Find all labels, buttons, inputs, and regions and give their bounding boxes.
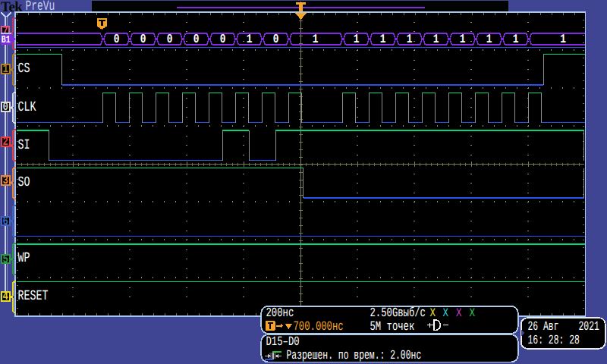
svg-text:0: 0 [2,100,8,114]
svg-text:X: X [443,306,449,320]
svg-text:0: 0 [220,32,226,46]
svg-text:0: 0 [140,32,146,46]
svg-text:CLK: CLK [18,99,37,115]
svg-text:2021: 2021 [579,320,599,334]
svg-text:SO: SO [18,174,30,190]
svg-text:26 Авг: 26 Авг [528,320,559,334]
svg-text:1: 1 [560,32,566,46]
svg-text:2.50Gвыб/с: 2.50Gвыб/с [370,306,426,321]
svg-text:1: 1 [313,32,319,46]
svg-text:1: 1 [433,32,439,46]
svg-text:6: 6 [2,215,8,228]
svg-text:700.000нс: 700.000нс [294,320,344,334]
svg-text:1: 1 [513,32,519,46]
svg-text:3: 3 [2,174,8,187]
svg-text:RESET: RESET [18,288,49,304]
svg-text:1: 1 [380,32,386,46]
svg-text:Разрешен. по врем.: 2.00нс: Разрешен. по врем.: 2.00нс [287,349,422,363]
svg-text:B1: B1 [2,35,11,46]
svg-text:4: 4 [2,290,8,303]
svg-text:1: 1 [247,32,253,46]
svg-text:5M точек: 5M точек [370,320,415,334]
svg-text:1: 1 [407,32,413,46]
svg-text:D15–D0: D15–D0 [266,335,300,350]
svg-text:0: 0 [114,32,120,46]
svg-text:16: 28: 28: 16: 28: 28 [528,334,580,348]
svg-text:X: X [456,306,462,320]
svg-text:CS: CS [18,61,30,77]
svg-text:X: X [430,306,436,320]
svg-text:0: 0 [273,32,279,46]
svg-text:1: 1 [354,32,360,46]
svg-text:1: 1 [460,32,466,46]
svg-text:1: 1 [2,62,8,76]
svg-text:200нс: 200нс [266,306,294,321]
svg-text:0: 0 [167,32,173,46]
svg-text:0: 0 [193,32,200,46]
svg-text:5: 5 [2,253,8,266]
svg-text:X: X [470,306,476,320]
svg-text:SI: SI [18,137,30,153]
svg-text:2: 2 [2,135,8,149]
svg-text:1: 1 [486,32,492,46]
svg-text:WP: WP [18,250,30,266]
